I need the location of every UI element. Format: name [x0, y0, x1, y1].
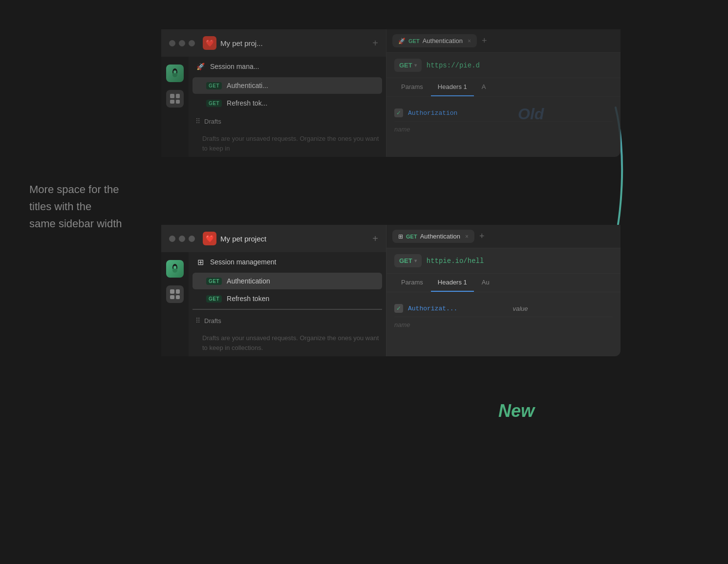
project-title: My pet proj... — [220, 39, 368, 47]
top-headers-tab[interactable]: Headers 1 — [431, 78, 474, 96]
bottom-headers-tab[interactable]: Headers 1 — [431, 274, 474, 292]
grid-icon[interactable] — [166, 90, 184, 108]
bottom-title-bar: ❤️ My pet project + — [161, 225, 386, 252]
top-drafts-text: Drafts are your unsaved requests. Organi… — [189, 130, 386, 157]
bottom-grid-icon[interactable] — [166, 285, 184, 303]
sidebar-separator — [193, 309, 382, 310]
top-sidebar: ❤️ My pet proj... + — [161, 29, 386, 157]
bottom-auth-tab[interactable]: Au — [475, 274, 496, 292]
top-params-tab[interactable]: Params — [394, 78, 430, 96]
tab-method: GET — [408, 38, 420, 44]
bottom-window-wrapper: ❤️ My pet project + — [161, 225, 621, 356]
top-name-placeholder[interactable]: name — [394, 126, 410, 133]
bottom-headers-content: ✓ Authorizat... value name — [386, 292, 621, 340]
bottom-tab-add-button[interactable]: + — [476, 231, 488, 241]
bottom-httpie-logo-icon[interactable] — [166, 260, 184, 278]
tab-title: Authentication — [423, 37, 463, 44]
top-url-input[interactable]: https://pie.d — [427, 62, 613, 69]
top-request-authentication[interactable]: GET Authenticati... — [193, 77, 382, 94]
close-button[interactable] — [169, 40, 175, 46]
bottom-url-input[interactable]: httpie.io/hell — [427, 257, 613, 265]
bottom-method-badge-get: GET — [206, 278, 222, 285]
maximize-button[interactable] — [189, 40, 195, 46]
bottom-request-name-2: Refresh token — [227, 295, 269, 303]
bottom-sidebar: ❤️ My pet project + — [161, 225, 386, 356]
add-tab-button[interactable]: + — [372, 38, 378, 49]
new-label: New — [498, 401, 535, 421]
svg-point-3 — [173, 70, 176, 73]
top-tab-add-button[interactable]: + — [479, 36, 490, 46]
bottom-project-icon: ❤️ — [203, 232, 216, 245]
bottom-header-checkbox[interactable]: ✓ — [394, 304, 403, 313]
traffic-lights — [169, 40, 195, 46]
bottom-method-badge-get-2: GET — [206, 295, 222, 303]
top-header-checkbox[interactable]: ✓ — [394, 108, 403, 117]
top-drafts-section[interactable]: ⠿ Drafts — [189, 112, 386, 130]
bottom-request-panel: ⊞ GET Authentication × + GET ▾ httpie.io… — [386, 225, 621, 356]
bottom-tab-close-button[interactable]: × — [465, 233, 469, 240]
bottom-url-bar: GET ▾ httpie.io/hell — [386, 248, 621, 274]
bottom-request-authentication[interactable]: GET Authentication — [193, 273, 382, 289]
top-tab-bar: 🚀 GET Authentication × + — [386, 29, 621, 53]
bottom-project-title: My pet project — [220, 235, 368, 243]
project-icon: ❤️ — [203, 36, 216, 50]
top-request-refresh[interactable]: GET Refresh tok... — [193, 95, 382, 111]
bottom-add-tab-button[interactable]: + — [372, 233, 378, 244]
bottom-method-selector[interactable]: GET ▾ — [394, 254, 422, 267]
bottom-params-bar: Params Headers 1 Au — [386, 274, 621, 292]
rocket-icon: 🚀 — [195, 62, 205, 71]
top-header-key: Authorization — [408, 109, 613, 117]
minimize-button[interactable] — [179, 40, 185, 46]
tab-rocket-icon: 🚀 — [398, 38, 406, 44]
top-headers-content: ✓ Authorization name — [386, 97, 621, 145]
bottom-tab-title: Authentication — [420, 233, 460, 240]
top-sidebar-content: 🚀 Session mana... GET Authenticati... GE… — [189, 57, 386, 157]
svg-point-6 — [173, 266, 176, 269]
bottom-method-dropdown-arrow: ▾ — [414, 258, 417, 263]
bottom-sidebar-content: ⊞ Session management GET Authentication … — [189, 252, 386, 356]
bottom-sidebar-icons — [161, 252, 189, 356]
top-tab-item[interactable]: 🚀 GET Authentication × — [392, 34, 477, 47]
collection-name: Session mana... — [210, 63, 259, 70]
bottom-maximize-button[interactable] — [189, 236, 195, 242]
top-auth-tab[interactable]: A — [475, 78, 493, 96]
top-name-row: name — [394, 122, 613, 137]
top-url-bar: GET ▾ https://pie.d — [386, 53, 621, 78]
bottom-traffic-lights — [169, 236, 195, 242]
bottom-collection-item[interactable]: ⊞ Session management — [189, 252, 386, 272]
tab-close-button[interactable]: × — [468, 38, 471, 44]
bottom-name-row: name — [394, 317, 613, 332]
bottom-tab-item[interactable]: ⊞ GET Authentication × — [392, 230, 474, 243]
bottom-close-button[interactable] — [169, 236, 175, 242]
bottom-name-placeholder[interactable]: name — [394, 321, 410, 328]
bottom-collection-name: Session management — [210, 258, 276, 266]
drafts-label: Drafts — [204, 118, 221, 125]
bottom-drafts-section[interactable]: ⠿ Drafts — [189, 312, 386, 329]
bottom-params-tab[interactable]: Params — [394, 274, 430, 292]
top-request-panel: 🚀 GET Authentication × + GET ▾ https://p… — [386, 29, 621, 157]
bottom-tab-method: GET — [406, 234, 417, 239]
bottom-drafts-label: Drafts — [204, 317, 221, 325]
bottom-drafts-text: Drafts are your unsaved requests. Organi… — [189, 329, 386, 356]
top-method-selector[interactable]: GET ▾ — [394, 59, 422, 72]
bottom-tab-grid-icon: ⊞ — [398, 233, 403, 240]
httpie-logo-icon[interactable] — [166, 65, 184, 82]
top-collection-item[interactable]: 🚀 Session mana... — [189, 57, 386, 76]
top-window-wrapper: ❤️ My pet proj... + — [161, 29, 621, 157]
bottom-tab-bar: ⊞ GET Authentication × + — [386, 225, 621, 248]
request-name: Authenticati... — [227, 82, 268, 89]
top-params-bar: Params Headers 1 A — [386, 78, 621, 97]
bottom-header-row: ✓ Authorizat... value — [394, 300, 613, 317]
comparison-description: More space for the titles with the same … — [29, 181, 156, 233]
grid-collection-icon: ⊞ — [195, 257, 205, 267]
method-badge-get-2: GET — [206, 100, 222, 107]
method-dropdown-arrow: ▾ — [414, 63, 417, 68]
top-sidebar-icons — [161, 57, 189, 157]
bottom-header-value: value — [513, 305, 613, 312]
method-badge-get: GET — [206, 82, 222, 89]
top-title-bar: ❤️ My pet proj... + — [161, 29, 386, 57]
bottom-request-refresh[interactable]: GET Refresh token — [193, 290, 382, 307]
bottom-request-name: Authentication — [227, 277, 270, 285]
bottom-minimize-button[interactable] — [179, 236, 185, 242]
top-header-row: ✓ Authorization — [394, 105, 613, 122]
